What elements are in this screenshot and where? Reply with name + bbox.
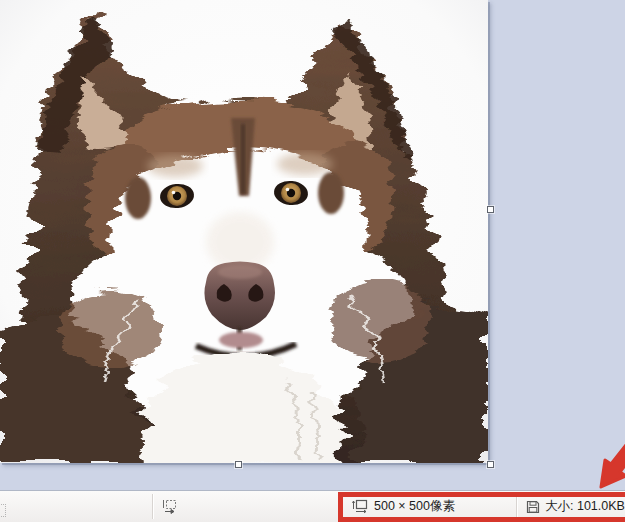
statusbar-separator <box>516 494 518 519</box>
statusbar-separator <box>152 494 154 519</box>
canvas-resize-handle-bottom-right[interactable] <box>487 461 494 468</box>
canvas-resize-handle-bottom[interactable] <box>235 461 242 468</box>
selection-size-segment <box>162 491 178 522</box>
cursor-position-icon <box>0 504 6 517</box>
file-size-segment: 大小: 101.0KB <box>526 491 625 522</box>
save-file-icon <box>526 500 540 514</box>
canvas-resize-handle-right[interactable] <box>487 206 494 213</box>
selection-size-icon <box>162 499 178 514</box>
file-size-value: 大小: 101.0KB <box>545 498 625 515</box>
image-size-segment: 500 × 500像素 <box>352 491 455 522</box>
image-size-value: 500 × 500像素 <box>374 498 455 515</box>
paint-workspace <box>0 0 625 491</box>
image-dimensions-icon <box>352 499 369 514</box>
image-canvas[interactable] <box>0 0 488 463</box>
status-bar: 500 × 500像素 大小: 101.0KB <box>0 490 625 522</box>
husky-photo <box>0 0 488 463</box>
